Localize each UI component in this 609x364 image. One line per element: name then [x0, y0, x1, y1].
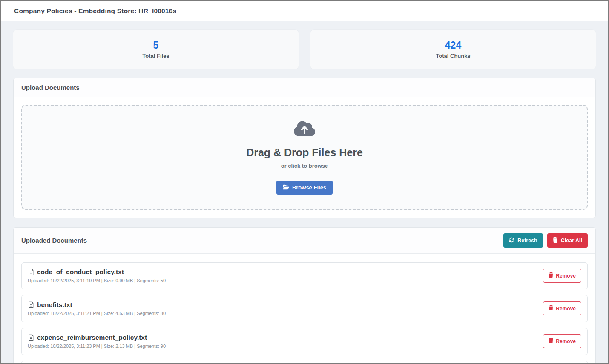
- upload-documents-body: Drag & Drop Files Here or click to brows…: [14, 97, 595, 218]
- file-lines-icon: [28, 334, 34, 341]
- uploaded-documents-header: Uploaded Documents Refresh: [14, 228, 595, 254]
- stats-row: 5 Total Files 424 Total Chunks: [13, 30, 596, 69]
- file-meta: Uploaded: 10/22/2025, 3:11:21 PM | Size:…: [28, 311, 166, 316]
- upload-documents-header: Upload Documents: [14, 78, 595, 97]
- refresh-button[interactable]: Refresh: [503, 233, 543, 248]
- remove-button[interactable]: Remove: [543, 269, 581, 283]
- uploaded-documents-card: Uploaded Documents Refresh: [13, 227, 596, 363]
- clear-all-label: Clear All: [561, 238, 582, 244]
- trash-icon: [549, 338, 553, 344]
- file-lines-icon: [28, 268, 34, 276]
- remove-label: Remove: [556, 273, 576, 279]
- folder-open-icon: [283, 184, 289, 191]
- stat-card-total-files: 5 Total Files: [13, 30, 299, 69]
- remove-label: Remove: [556, 338, 576, 344]
- browse-files-label: Browse Files: [292, 185, 326, 190]
- file-meta: Uploaded: 10/22/2025, 3:11:19 PM | Size:…: [28, 278, 166, 283]
- clear-all-button[interactable]: Clear All: [547, 233, 588, 248]
- uploaded-documents-body: code_of_conduct_policy.txt Uploaded: 10/…: [14, 254, 595, 363]
- arrows-rotate-icon: [509, 237, 514, 244]
- uploaded-documents-title: Uploaded Documents: [21, 237, 87, 244]
- file-row: benefits.txt Uploaded: 10/22/2025, 3:11:…: [21, 295, 588, 322]
- browse-files-button[interactable]: Browse Files: [276, 181, 333, 195]
- stat-card-total-chunks: 424 Total Chunks: [310, 30, 596, 69]
- file-row: expense_reimbursement_policy.txt Uploade…: [21, 328, 588, 355]
- remove-label: Remove: [556, 306, 576, 312]
- total-files-value: 5: [153, 40, 159, 52]
- trash-icon: [549, 272, 553, 279]
- total-chunks-value: 424: [445, 40, 461, 52]
- file-meta: Uploaded: 10/22/2025, 3:11:23 PM | Size:…: [28, 344, 166, 349]
- upload-documents-card: Upload Documents Drag & Drop Files Here …: [13, 78, 596, 218]
- total-files-label: Total Files: [142, 53, 169, 59]
- trash-icon: [549, 305, 553, 312]
- file-row: code_of_conduct_policy.txt Uploaded: 10/…: [21, 262, 588, 289]
- file-info: code_of_conduct_policy.txt Uploaded: 10/…: [28, 268, 166, 283]
- dropzone[interactable]: Drag & Drop Files Here or click to brows…: [21, 105, 588, 210]
- file-row-partial: [21, 361, 588, 363]
- trash-icon: [553, 237, 558, 244]
- upload-documents-title: Upload Documents: [21, 84, 80, 91]
- total-chunks-label: Total Chunks: [436, 53, 470, 59]
- remove-button[interactable]: Remove: [543, 334, 581, 348]
- file-name: code_of_conduct_policy.txt: [37, 268, 124, 276]
- file-info: benefits.txt Uploaded: 10/22/2025, 3:11:…: [28, 301, 166, 316]
- refresh-label: Refresh: [517, 238, 537, 244]
- file-name: benefits.txt: [37, 301, 72, 309]
- titlebar: Company Policies - Embedding Store: HR_I…: [1, 1, 608, 21]
- file-name: expense_reimbursement_policy.txt: [37, 334, 147, 341]
- dropzone-title: Drag & Drop Files Here: [246, 146, 363, 159]
- file-info: expense_reimbursement_policy.txt Uploade…: [28, 334, 166, 349]
- uploaded-documents-actions: Refresh Clear All: [503, 233, 588, 248]
- file-lines-icon: [28, 301, 34, 309]
- dropzone-subtitle: or click to browse: [281, 163, 328, 169]
- page-title: Company Policies - Embedding Store: HR_I…: [14, 7, 176, 15]
- cloud-arrow-up-icon: [294, 120, 315, 137]
- remove-button[interactable]: Remove: [543, 301, 581, 315]
- page-content: 5 Total Files 424 Total Chunks Upload Do…: [1, 21, 608, 363]
